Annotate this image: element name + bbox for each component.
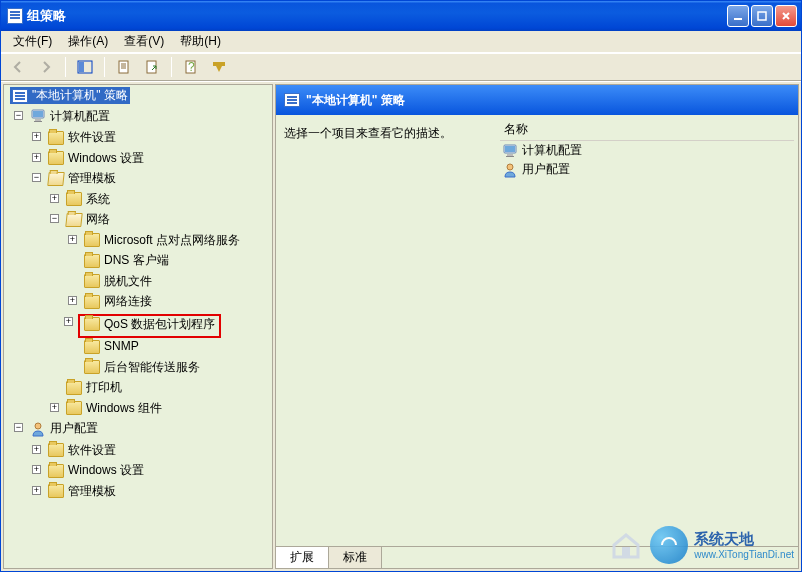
svg-rect-0 [734,18,742,20]
folder-icon [84,233,100,247]
toggle-icon[interactable]: + [32,486,41,495]
toggle-icon[interactable]: + [32,445,41,454]
label: 用户配置 [50,420,98,437]
tree-bits[interactable]: 后台智能传送服务 [82,359,202,376]
toggle-icon[interactable]: − [14,111,23,120]
app-window: 组策略 文件(F) 操作(A) 查看(V) 帮助(H) ? "本地计算机" 策 [0,0,802,572]
tree-network[interactable]: 网络 [64,211,112,228]
toggle-icon[interactable]: + [64,317,73,326]
tree-root[interactable]: "本地计算机" 策略 [10,87,130,104]
label: 脱机文件 [104,273,152,290]
toggle-icon[interactable]: + [50,194,59,203]
tree-user-config[interactable]: 用户配置 [28,420,100,437]
close-button[interactable] [775,5,797,27]
details-title: "本地计算机" 策略 [306,92,405,109]
folder-icon [66,401,82,415]
tab-extended[interactable]: 扩展 [276,547,329,568]
content-area: "本地计算机" 策略 − 计算机配置 +软件设置 +Windows 设置 −管理… [1,81,801,571]
properties-button[interactable] [113,56,135,78]
export-button[interactable] [141,56,163,78]
folder-icon [84,295,100,309]
folder-icon [84,317,100,331]
user-icon [30,421,46,437]
filter-button[interactable] [208,56,230,78]
label: 系统 [86,191,110,208]
label: 网络连接 [104,293,152,310]
maximize-button[interactable] [751,5,773,27]
tree-network-connections[interactable]: 网络连接 [82,293,154,310]
toggle-icon[interactable]: + [32,132,41,141]
list-item-user[interactable]: 用户配置 [500,160,794,179]
tree-computer-config[interactable]: 计算机配置 [28,108,112,125]
details-panel: "本地计算机" 策略 选择一个项目来查看它的描述。 名称 计算机配置 用户配置 [275,84,799,569]
tree-user-admin[interactable]: 管理模板 [46,483,118,500]
tree-system[interactable]: 系统 [64,191,112,208]
label: 计算机配置 [50,108,110,125]
toolbar-separator [65,57,66,77]
toggle-icon[interactable]: − [14,423,23,432]
tree-printers[interactable]: 打印机 [64,379,124,396]
label: Windows 设置 [68,462,144,479]
toggle-icon[interactable]: − [32,173,41,182]
toggle-icon[interactable]: + [32,153,41,162]
label: DNS 客户端 [104,252,169,269]
tab-standard[interactable]: 标准 [329,547,382,568]
list-item-computer[interactable]: 计算机配置 [500,141,794,160]
toggle-icon[interactable]: + [50,403,59,412]
folder-icon [48,443,64,457]
description-text: 选择一个项目来查看它的描述。 [284,126,452,140]
toggle-icon[interactable]: − [50,214,59,223]
tree-windows-settings[interactable]: Windows 设置 [46,150,146,167]
menu-view[interactable]: 查看(V) [118,31,170,52]
svg-rect-4 [119,61,128,73]
tree-windows-components[interactable]: Windows 组件 [64,400,164,417]
menu-file[interactable]: 文件(F) [7,31,58,52]
toolbar: ? [1,53,801,81]
label: 管理模板 [68,483,116,500]
menu-action[interactable]: 操作(A) [62,31,114,52]
tree-ms-p2p[interactable]: Microsoft 点对点网络服务 [82,232,242,249]
label: SNMP [104,338,139,355]
folder-icon [66,192,82,206]
tree-software-settings[interactable]: 软件设置 [46,129,118,146]
label: 管理模板 [68,170,116,187]
tree-panel[interactable]: "本地计算机" 策略 − 计算机配置 +软件设置 +Windows 设置 −管理… [3,84,273,569]
tree-qos[interactable]: QoS 数据包计划程序 [82,316,217,333]
column-header-name[interactable]: 名称 [500,119,794,141]
tree: "本地计算机" 策略 − 计算机配置 +软件设置 +Windows 设置 −管理… [8,87,270,503]
folder-icon [84,360,100,374]
tree-offline-files[interactable]: 脱机文件 [82,273,154,290]
tree-root-label: "本地计算机" 策略 [32,87,128,104]
label: 网络 [86,211,110,228]
tree-admin-templates[interactable]: 管理模板 [46,170,118,187]
label: 软件设置 [68,442,116,459]
details-header: "本地计算机" 策略 [276,85,798,115]
help-button[interactable]: ? [180,56,202,78]
tabs: 扩展 标准 [276,546,798,568]
folder-icon [84,340,100,354]
tree-dns-client[interactable]: DNS 客户端 [82,252,171,269]
tree-user-software[interactable]: 软件设置 [46,442,118,459]
svg-point-13 [35,423,41,429]
menu-help[interactable]: 帮助(H) [174,31,227,52]
folder-icon [48,151,64,165]
folder-open-icon [65,213,82,227]
show-hide-tree-button[interactable] [74,56,96,78]
toggle-icon[interactable]: + [68,235,77,244]
details-body: 选择一个项目来查看它的描述。 名称 计算机配置 用户配置 [276,115,798,546]
folder-icon [84,254,100,268]
svg-text:?: ? [188,60,195,74]
toggle-icon[interactable]: + [32,465,41,474]
toolbar-separator [171,57,172,77]
svg-rect-12 [34,121,42,122]
minimize-button[interactable] [727,5,749,27]
tree-user-windows[interactable]: Windows 设置 [46,462,146,479]
back-button [7,56,29,78]
label: Windows 组件 [86,400,162,417]
computer-icon [30,108,46,124]
tree-snmp[interactable]: SNMP [82,338,141,355]
label: 打印机 [86,379,122,396]
label: QoS 数据包计划程序 [104,316,215,333]
folder-icon [84,274,100,288]
toggle-icon[interactable]: + [68,296,77,305]
